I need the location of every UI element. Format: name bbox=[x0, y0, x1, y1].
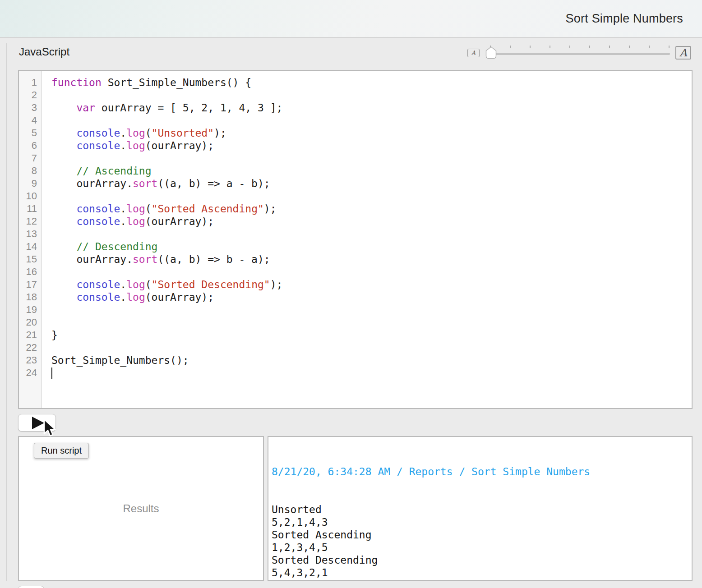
code-line bbox=[51, 367, 692, 379]
line-number: 23 bbox=[19, 354, 37, 367]
output-body: Unsorted5,2,1,4,3Sorted Ascending1,2,3,4… bbox=[272, 503, 692, 579]
code-line: console.log(ourArray); bbox=[51, 291, 692, 303]
code-line: console.log("Unsorted"); bbox=[51, 127, 692, 139]
code-line bbox=[51, 266, 692, 278]
code-line bbox=[51, 303, 692, 316]
slider-tick bbox=[550, 46, 550, 48]
line-number: 6 bbox=[19, 139, 37, 152]
slider-tick bbox=[589, 46, 590, 48]
font-size-slider-thumb[interactable] bbox=[485, 46, 497, 61]
slider-tick bbox=[530, 46, 531, 48]
line-number: 2 bbox=[19, 89, 37, 101]
code-line bbox=[51, 316, 692, 329]
text-caret bbox=[51, 368, 52, 379]
output-console[interactable]: 8/21/20, 6:34:28 AM / Reports / Sort Sim… bbox=[268, 436, 693, 581]
partial-bottom-button[interactable] bbox=[18, 586, 44, 588]
code-line: function Sort_Simple_Numbers() { bbox=[51, 76, 692, 89]
window-titlebar: Sort Simple Numbers bbox=[0, 0, 702, 37]
line-number: 24 bbox=[19, 367, 37, 379]
line-number: 20 bbox=[19, 316, 37, 329]
code-line bbox=[51, 114, 692, 127]
slider-tick bbox=[569, 46, 570, 48]
code-line: ourArray.sort((a, b) => a - b); bbox=[51, 177, 692, 190]
output-line: 5,4,3,2,1 bbox=[272, 566, 692, 579]
window-title: Sort Simple Numbers bbox=[566, 0, 683, 37]
line-number: 19 bbox=[19, 303, 37, 316]
slider-ticks bbox=[490, 46, 670, 48]
output-line: 5,2,1,4,3 bbox=[272, 516, 692, 528]
language-label: JavaScript bbox=[19, 46, 69, 58]
tooltip-label: Run script bbox=[41, 446, 82, 456]
code-text-area[interactable]: function Sort_Simple_Numbers() { var our… bbox=[42, 71, 692, 408]
line-number: 8 bbox=[19, 165, 37, 177]
line-number: 4 bbox=[19, 114, 37, 127]
slider-track[interactable] bbox=[488, 53, 670, 55]
code-line bbox=[51, 152, 692, 165]
line-number: 9 bbox=[19, 177, 37, 190]
line-number: 11 bbox=[19, 202, 37, 215]
run-script-tooltip: Run script bbox=[34, 443, 89, 459]
mouse-cursor-icon bbox=[42, 418, 57, 440]
line-number: 13 bbox=[19, 228, 37, 240]
code-editor: 123456789101112131415161718192021222324 … bbox=[18, 70, 693, 409]
code-line: ourArray.sort((a, b) => b - a); bbox=[51, 253, 692, 266]
decrease-font-icon[interactable]: A bbox=[467, 49, 480, 57]
output-line: Unsorted bbox=[272, 503, 692, 516]
line-number: 10 bbox=[19, 190, 37, 202]
output-line: Sorted Descending bbox=[272, 554, 692, 566]
output-header-line: 8/21/20, 6:34:28 AM / Reports / Sort Sim… bbox=[272, 465, 692, 478]
code-line: // Ascending bbox=[51, 165, 692, 177]
font-size-control: A A bbox=[467, 46, 691, 60]
slider-tick bbox=[669, 46, 670, 48]
code-line: Sort_Simple_Numbers(); bbox=[51, 354, 692, 367]
slider-tick bbox=[629, 46, 630, 48]
line-number: 22 bbox=[19, 341, 37, 354]
code-line: console.log(ourArray); bbox=[51, 139, 692, 152]
code-line bbox=[51, 190, 692, 202]
slider-tick bbox=[609, 46, 610, 48]
code-line: console.log(ourArray); bbox=[51, 215, 692, 228]
line-number: 15 bbox=[19, 253, 37, 266]
code-line bbox=[51, 89, 692, 101]
line-number: 18 bbox=[19, 291, 37, 303]
results-placeholder: Results bbox=[123, 502, 159, 515]
slider-tick bbox=[510, 46, 511, 48]
code-line: var ourArray = [ 5, 2, 1, 4, 3 ]; bbox=[51, 101, 692, 114]
line-number: 12 bbox=[19, 215, 37, 228]
line-number: 1 bbox=[19, 76, 37, 89]
font-size-slider[interactable] bbox=[485, 46, 671, 60]
line-number: 5 bbox=[19, 127, 37, 139]
line-number-gutter: 123456789101112131415161718192021222324 bbox=[19, 71, 42, 408]
line-number: 21 bbox=[19, 329, 37, 341]
line-number: 16 bbox=[19, 266, 37, 278]
code-line: console.log("Sorted Ascending"); bbox=[51, 202, 692, 215]
increase-font-icon[interactable]: A bbox=[675, 46, 691, 60]
line-number: 3 bbox=[19, 101, 37, 114]
code-line: } bbox=[51, 329, 692, 341]
code-line bbox=[51, 228, 692, 240]
output-line: 1,2,3,4,5 bbox=[272, 541, 692, 554]
code-line: console.log("Sorted Descending"); bbox=[51, 278, 692, 291]
code-line: // Descending bbox=[51, 240, 692, 253]
line-number: 14 bbox=[19, 240, 37, 253]
line-number: 17 bbox=[19, 278, 37, 291]
line-number: 7 bbox=[19, 152, 37, 165]
pane-divider bbox=[6, 43, 7, 581]
slider-tick bbox=[649, 46, 650, 48]
output-line: Sorted Ascending bbox=[272, 528, 692, 541]
code-line bbox=[51, 341, 692, 354]
